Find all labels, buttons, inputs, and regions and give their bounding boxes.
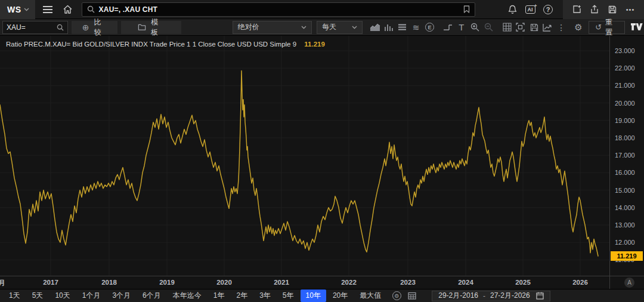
range-button-10年[interactable]: 10年: [301, 289, 326, 302]
toolbar-overflow-button[interactable]: ⋮: [555, 20, 568, 35]
chart-export-icon: [543, 23, 552, 32]
reset-icon: ↺: [595, 23, 602, 32]
price-tick-label: 23.000: [615, 47, 635, 55]
price-tick-label: 14.000: [615, 204, 635, 212]
calendar-grid-button[interactable]: [405, 291, 419, 301]
range-button-本年迄今[interactable]: 本年迄今: [168, 289, 207, 302]
layout-grid-button[interactable]: [500, 20, 514, 35]
chart-style-bars-button[interactable]: [382, 20, 396, 35]
workspace-logo: WS: [7, 5, 21, 14]
chart-area[interactable]: Ratio PREC.M.XAU= Bid GOLD/SILVER INDX T…: [0, 36, 644, 276]
range-button-最大值[interactable]: 最大值: [354, 289, 386, 302]
range-button-5天[interactable]: 5天: [27, 289, 49, 302]
range-settings-button[interactable]: ⚙: [390, 291, 403, 301]
price-tick-label: 13.000: [615, 221, 635, 229]
price-tick-label: 16.000: [615, 168, 635, 177]
interval-select[interactable]: 每天: [317, 21, 363, 34]
time-tick-label: 2021: [274, 279, 289, 286]
range-button-1天[interactable]: 1天: [4, 289, 26, 302]
new-window-button[interactable]: [568, 0, 586, 19]
price-tick-label: 21.000: [615, 81, 635, 90]
snapshot-button[interactable]: [514, 20, 528, 35]
ai-icon: AI+: [525, 5, 535, 14]
gear-icon: ⚙: [574, 22, 582, 33]
date-range-picker[interactable]: 29-2月-2016 - 27-2月-2026: [432, 291, 550, 301]
price-tick-label: 20.000: [615, 99, 635, 107]
time-tick-label: 2025: [515, 279, 531, 286]
save-layout-button[interactable]: [603, 0, 621, 19]
folder-icon: [138, 23, 146, 31]
more-icon: •••: [626, 6, 635, 13]
indicators-button[interactable]: ≋: [409, 20, 423, 35]
range-button-1个月[interactable]: 1个月: [77, 289, 106, 302]
more-menu-button[interactable]: •••: [621, 0, 639, 19]
price-tick-label: 12.000: [615, 238, 635, 246]
save-chart-button[interactable]: [527, 20, 541, 35]
workspace-menu-button[interactable]: WS: [0, 0, 35, 19]
reset-button[interactable]: ↺ 重置: [589, 21, 625, 34]
auto-scale-button[interactable]: A: [624, 278, 634, 288]
chart-settings-button[interactable]: ⚙: [572, 20, 586, 35]
help-button[interactable]: ?: [539, 0, 557, 19]
trendline-tool-button[interactable]: [441, 20, 455, 35]
range-button-20年[interactable]: 20年: [327, 289, 353, 302]
price-axis[interactable]: 11.219 23.00022.00021.00020.00019.00018.…: [609, 36, 644, 276]
zoom-in-button[interactable]: [468, 20, 482, 35]
price-mode-select[interactable]: 绝对价: [233, 21, 312, 34]
template-button[interactable]: 模板: [121, 21, 181, 34]
compare-button[interactable]: ⊕ 比较: [72, 21, 117, 34]
time-tick-label: 2024: [458, 279, 473, 286]
range-button-3个月[interactable]: 3个月: [107, 289, 136, 302]
range-button-3年[interactable]: 3年: [254, 289, 276, 302]
range-buttons: 1天5天10天1个月3个月6个月本年迄今1年2年3年5年10年20年最大值: [4, 289, 388, 302]
help-icon: ?: [543, 5, 553, 14]
waves-icon: ≋: [413, 23, 420, 32]
time-tick-label: 2023: [400, 279, 416, 286]
symbol-input[interactable]: XAU=: [2, 21, 68, 34]
time-tick-label: 2018: [101, 279, 117, 286]
share-button[interactable]: [586, 0, 603, 19]
home-icon: [63, 5, 73, 14]
time-tick-label: 2022: [341, 279, 357, 286]
chevron-down-icon: [24, 8, 29, 11]
events-button[interactable]: E: [423, 20, 436, 35]
save-icon: [530, 23, 538, 32]
legend-last-value: 11.219: [304, 41, 325, 48]
calendar-icon: [536, 292, 544, 300]
layers-icon: [398, 23, 407, 31]
bar-chart-icon: [384, 23, 394, 32]
range-button-6个月[interactable]: 6个月: [137, 289, 166, 302]
zoom-in-icon: [470, 23, 479, 32]
global-search[interactable]: XAU=, .XAU CHT: [82, 2, 475, 17]
gear-circle-icon: ⚙: [392, 291, 401, 300]
compare-icon: ⊕: [82, 23, 89, 32]
date-end: 27-2月-2026: [490, 291, 530, 301]
bookmark-icon[interactable]: [463, 5, 470, 13]
text-tool-button[interactable]: T: [455, 20, 469, 35]
range-button-1年[interactable]: 1年: [208, 289, 230, 302]
snapshot-icon: [516, 23, 525, 32]
price-tick-label: 15.000: [615, 186, 635, 195]
notifications-button[interactable]: [503, 0, 521, 19]
date-start: 29-2月-2016: [438, 291, 478, 301]
price-tick-label: 22.000: [615, 64, 635, 72]
ai-assistant-button[interactable]: AI+: [521, 0, 539, 19]
range-button-5年[interactable]: 5年: [277, 289, 299, 302]
zoom-out-button[interactable]: [482, 20, 496, 35]
export-chart-button[interactable]: [541, 20, 555, 35]
time-axis[interactable]: A 月2017201820192020202120222023202420252…: [0, 276, 644, 289]
chart-style-area-button[interactable]: [369, 20, 382, 35]
layers-button[interactable]: [396, 20, 410, 35]
chevron-down-icon: [352, 26, 357, 29]
calendar-grid-icon: [408, 292, 416, 300]
range-button-2年[interactable]: 2年: [231, 289, 253, 302]
home-button[interactable]: [59, 0, 77, 19]
range-button-10天[interactable]: 10天: [49, 289, 75, 302]
time-tick-label: 2017: [43, 279, 58, 286]
new-window-icon: [572, 5, 581, 14]
time-tick-label: 2019: [159, 279, 175, 286]
text-tool-icon: T: [459, 22, 464, 32]
price-plot[interactable]: [0, 36, 609, 276]
main-menu-button[interactable]: [39, 0, 57, 19]
last-price-badge: 11.219: [611, 251, 643, 261]
